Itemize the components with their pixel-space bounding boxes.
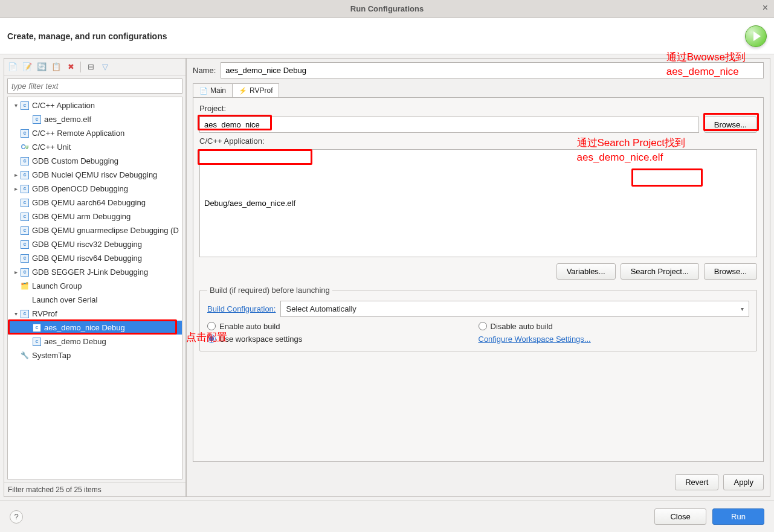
delete-icon[interactable]: ✖ <box>66 62 76 72</box>
build-config-value: Select Automatically <box>286 304 356 313</box>
tree-item[interactable]: ▸cGDB Custom Debugging <box>8 154 182 168</box>
tree-item-label: GDB Custom Debugging <box>32 156 118 165</box>
export-icon[interactable]: 🔄 <box>37 62 47 72</box>
file-icon: 📄 <box>199 86 208 95</box>
tree-item[interactable]: ▸cGDB SEGGER J-Link Debugging <box>8 265 182 279</box>
tree-item-label: GDB SEGGER J-Link Debugging <box>32 268 148 277</box>
tree-item[interactable]: ▸cGDB QEMU gnuarmeclipse Debugging (D <box>8 223 182 237</box>
tree-item-label: aes_demo.elf <box>44 115 91 124</box>
tree-item-label: RVProf <box>32 309 57 318</box>
main-tab-content: Project: Browse... C/C++ Application: Va… <box>193 97 764 462</box>
name-label: Name: <box>193 66 216 75</box>
tree-item[interactable]: ▸cGDB Nuclei QEMU riscv Debugging <box>8 168 182 182</box>
titlebar: Run Configurations × <box>0 0 774 18</box>
variables-button[interactable]: Variables... <box>556 263 616 280</box>
tree-item-label: Launch over Serial <box>32 295 97 304</box>
disable-auto-radio[interactable] <box>479 322 487 330</box>
app-button-row: Variables... Search Project... Browse... <box>199 263 757 280</box>
tree-item[interactable]: ▸🔧SystemTap <box>8 348 182 362</box>
window-close-button[interactable]: × <box>763 2 768 13</box>
tree-item[interactable]: ▾cRVProf <box>8 307 182 321</box>
twisty-icon[interactable]: ▾ <box>11 102 20 109</box>
tree-item-label: aes_demo Debug <box>44 337 106 346</box>
chevron-down-icon: ▾ <box>741 306 744 312</box>
config-name-input[interactable] <box>221 62 764 79</box>
build-group: Build (if required) before launching Bui… <box>199 286 757 351</box>
main-content: 📄 📝 🔄 📋 ✖ ⊟ ▽ ▾cC/C++ Application▸caes_d… <box>0 54 774 501</box>
duplicate-icon[interactable]: 📋 <box>51 62 61 72</box>
tree-item-label: GDB QEMU riscv32 Debugging <box>32 240 142 249</box>
window-title: Run Configurations <box>350 4 424 13</box>
tab-main[interactable]: 📄 Main <box>193 83 233 97</box>
twisty-icon[interactable]: ▸ <box>11 171 20 178</box>
run-configurations-window: Run Configurations × Create, manage, and… <box>0 0 774 532</box>
browse-app-button[interactable]: Browse... <box>704 263 757 280</box>
project-label: Project: <box>199 104 757 113</box>
twisty-icon[interactable]: ▸ <box>11 185 20 192</box>
tab-rvprof[interactable]: ⚡ RVProf <box>232 83 279 97</box>
header-title: Create, manage, and run configurations <box>7 31 167 41</box>
tree-item[interactable]: ▸CUC/C++ Unit <box>8 140 182 154</box>
rvprof-icon: ⚡ <box>239 86 247 95</box>
twisty-icon[interactable]: ▾ <box>11 310 20 317</box>
name-row: Name: <box>187 59 770 82</box>
right-panel: Name: 📄 Main ⚡ RVProf Project: Browse... <box>186 58 770 497</box>
tree-item[interactable]: ▸cGDB OpenOCD Debugging <box>8 182 182 196</box>
revert-button[interactable]: Revert <box>675 474 718 490</box>
tree-item[interactable]: ▸🗂️Launch Group <box>8 279 182 293</box>
panel-button-bar: Revert Apply <box>187 468 770 496</box>
enable-auto-build-option[interactable]: Enable auto build <box>207 322 479 331</box>
tab-rvprof-label: RVProf <box>250 86 273 95</box>
tab-main-label: Main <box>210 86 226 95</box>
tree-item[interactable]: ▸cGDB QEMU aarch64 Debugging <box>8 196 182 210</box>
close-button[interactable]: Close <box>654 508 706 525</box>
build-config-select[interactable]: Select Automatically ▾ <box>280 301 749 317</box>
tree-item-label: SystemTap <box>32 351 71 360</box>
configure-workspace-link[interactable]: Configure Workspace Settings... <box>479 335 750 344</box>
run-icon <box>745 25 767 47</box>
tree-toolbar: 📄 📝 🔄 📋 ✖ ⊟ ▽ <box>4 59 185 75</box>
apply-button[interactable]: Apply <box>723 474 764 490</box>
tree-item-selected[interactable]: ▸caes_demo_nice Debug <box>8 321 182 335</box>
tree-item[interactable]: ▸cGDB QEMU arm Debugging <box>8 210 182 223</box>
collapse-all-icon[interactable]: ⊟ <box>86 62 95 72</box>
enable-auto-radio[interactable] <box>207 322 216 330</box>
tree-item-label: GDB OpenOCD Debugging <box>32 184 128 193</box>
tree-item[interactable]: ▾cC/C++ Application <box>8 98 182 112</box>
tree-item-label: GDB QEMU aarch64 Debugging <box>32 198 146 207</box>
tree-item-label: GDB QEMU riscv64 Debugging <box>32 254 142 263</box>
app-input[interactable] <box>199 149 757 257</box>
disable-auto-build-option[interactable]: Disable auto build <box>479 322 750 331</box>
tree-item-label: C/C++ Remote Application <box>32 129 124 138</box>
tree-filter-input[interactable] <box>7 79 182 94</box>
twisty-icon[interactable]: ▸ <box>11 269 20 275</box>
tree-item-label: Launch Group <box>32 281 82 290</box>
tree-item-label: GDB QEMU gnuarmeclipse Debugging (D <box>32 226 179 235</box>
dialog-footer: ? Close Run <box>0 501 774 532</box>
tree-item-label: C/C++ Application <box>32 101 95 110</box>
tree-item[interactable]: ▸cC/C++ Remote Application <box>8 126 182 140</box>
app-label: C/C++ Application: <box>199 136 757 146</box>
tree-item[interactable]: ▸caes_demo.elf <box>8 112 182 126</box>
toolbar-separator <box>80 62 81 72</box>
new-config-icon[interactable]: 📄 <box>8 62 18 72</box>
config-tabs: 📄 Main ⚡ RVProf <box>193 83 770 97</box>
tree-item[interactable]: ▸caes_demo Debug <box>8 335 182 348</box>
tree-item[interactable]: ▸cGDB QEMU riscv64 Debugging <box>8 251 182 265</box>
search-project-button[interactable]: Search Project... <box>621 263 699 280</box>
project-input[interactable] <box>199 117 699 133</box>
help-button[interactable]: ? <box>10 510 23 524</box>
config-tree[interactable]: ▾cC/C++ Application▸caes_demo.elf▸cC/C++… <box>7 97 182 479</box>
new-proto-icon[interactable]: 📝 <box>22 62 32 72</box>
use-workspace-option[interactable]: Use workspace settings <box>207 335 479 344</box>
run-button[interactable]: Run <box>712 508 764 525</box>
tree-item[interactable]: ▸Launch over Serial <box>8 293 182 307</box>
project-row: Browse... <box>199 117 757 133</box>
tree-item-label: GDB Nuclei QEMU riscv Debugging <box>32 170 157 179</box>
filter-status: Filter matched 25 of 25 items <box>4 482 185 496</box>
use-workspace-radio[interactable] <box>207 335 216 343</box>
filter-icon[interactable]: ▽ <box>100 62 110 72</box>
tree-item[interactable]: ▸cGDB QEMU riscv32 Debugging <box>8 237 182 251</box>
build-config-link[interactable]: Build Configuration: <box>207 304 276 313</box>
browse-project-button[interactable]: Browse... <box>704 117 757 133</box>
